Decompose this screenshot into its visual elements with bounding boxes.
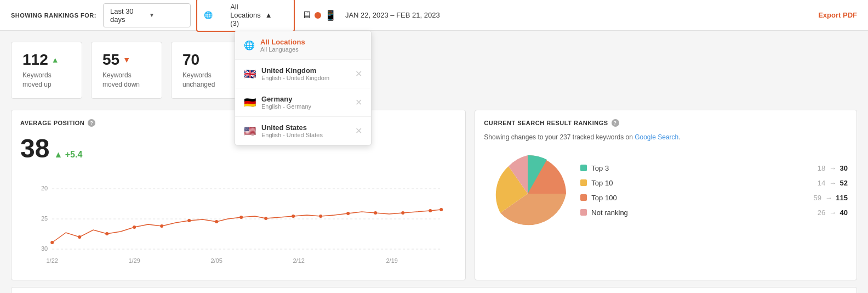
svg-point-6 bbox=[50, 241, 54, 244]
legend-values-top10: 14 → 52 bbox=[818, 179, 848, 187]
device-active-dot bbox=[315, 12, 321, 19]
export-pdf-button[interactable]: Export PDF bbox=[818, 11, 857, 19]
legend-dot-top3 bbox=[580, 165, 587, 171]
top-bar: SHOWING RANKINGS FOR: Last 30 days ▼ 🌐 A… bbox=[0, 0, 868, 31]
remove-de-button[interactable]: ✕ bbox=[355, 97, 362, 108]
legend-not-ranking: Not ranking 26 → 40 bbox=[580, 209, 848, 217]
dropdown-uk-title: United Kingdom bbox=[261, 66, 350, 75]
dropdown-all-subtitle: All Languages bbox=[260, 46, 362, 53]
main-content: 112 ▲ Keywordsmoved up 55 ▼ Keywordsmove… bbox=[0, 31, 868, 293]
device-group: 🖥 📱 bbox=[301, 9, 336, 21]
dropdown-item-uk[interactable]: 🇬🇧 United Kingdom English - United Kingd… bbox=[235, 60, 371, 88]
chevron-down-icon: ▼ bbox=[149, 12, 184, 18]
dropdown-all-title: All Locations bbox=[260, 38, 362, 46]
chart-svg: 20 25 30 bbox=[20, 172, 456, 271]
legend-top10: Top 10 14 → 52 bbox=[580, 179, 848, 187]
legend-values-not-ranking: 26 → 40 bbox=[818, 209, 848, 217]
period-dropdown[interactable]: Last 30 days ▼ bbox=[103, 3, 191, 27]
svg-point-10 bbox=[160, 224, 163, 228]
stat-number-moved-up: 112 ▲ bbox=[22, 51, 71, 69]
dropdown-uk-subtitle: English - United Kingdom bbox=[261, 75, 350, 81]
svg-text:20: 20 bbox=[41, 185, 48, 191]
remove-us-button[interactable]: ✕ bbox=[355, 126, 362, 136]
svg-point-9 bbox=[133, 226, 136, 229]
svg-point-17 bbox=[346, 212, 350, 215]
location-dropdown-menu: 🌐 All Locations All Languages 🇬🇧 United … bbox=[235, 31, 372, 145]
chevron-up-icon: ▲ bbox=[265, 11, 287, 19]
de-flag-icon: 🇩🇪 bbox=[244, 97, 256, 109]
svg-point-20 bbox=[429, 209, 432, 212]
stat-label-unchanged: Keywordsunchanged bbox=[182, 71, 231, 89]
legend-label-not-ranking: Not ranking bbox=[591, 209, 817, 217]
google-search-link[interactable]: Google Search bbox=[635, 133, 678, 141]
svg-point-19 bbox=[401, 211, 404, 215]
legend-label-top10: Top 10 bbox=[591, 179, 817, 187]
dropdown-item-all[interactable]: 🌐 All Locations All Languages bbox=[235, 31, 371, 60]
svg-point-7 bbox=[78, 235, 81, 239]
legend-dot-top10 bbox=[580, 179, 587, 186]
uk-flag-icon: 🇬🇧 bbox=[244, 68, 256, 80]
legend-values-top100: 59 → 115 bbox=[814, 194, 848, 202]
svg-point-12 bbox=[215, 220, 218, 223]
rankings-subtitle: Showing changes to your 237 tracked keyw… bbox=[484, 133, 848, 141]
date-range: JAN 22, 2023 – FEB 21, 2023 bbox=[345, 11, 440, 19]
svg-text:1/29: 1/29 bbox=[128, 257, 140, 264]
svg-text:2/19: 2/19 bbox=[386, 257, 397, 264]
current-rankings-info-icon[interactable]: ? bbox=[612, 119, 619, 127]
dropdown-us-subtitle: English - United States bbox=[261, 132, 350, 138]
stat-label-moved-down: Keywordsmoved down bbox=[102, 71, 151, 89]
globe-icon-all: 🌐 bbox=[244, 40, 255, 50]
avg-pos-number: 38 bbox=[20, 133, 49, 164]
mobile-icon[interactable]: 📱 bbox=[324, 9, 336, 21]
stat-number-moved-down: 55 ▼ bbox=[102, 51, 151, 69]
dropdown-us-title: United States bbox=[261, 123, 350, 132]
svg-point-11 bbox=[187, 219, 191, 222]
legend-values-top3: 18 → 30 bbox=[818, 164, 848, 172]
avg-position-chart: 20 25 30 bbox=[20, 172, 456, 271]
dropdown-de-subtitle: English - Germany bbox=[261, 103, 350, 110]
svg-point-14 bbox=[264, 217, 267, 220]
svg-text:30: 30 bbox=[41, 245, 48, 252]
svg-text:25: 25 bbox=[41, 215, 48, 222]
stat-card-moved-up: 112 ▲ Keywordsmoved up bbox=[11, 42, 82, 99]
location-dropdown[interactable]: 🌐 All Locations (3) ▲ bbox=[196, 0, 295, 32]
pie-chart-svg bbox=[484, 150, 572, 238]
legend-dot-top100 bbox=[580, 194, 587, 201]
globe-icon: 🌐 bbox=[204, 11, 226, 19]
legend-label-top3: Top 3 bbox=[591, 164, 817, 172]
avg-pos-change: ▲ +5.4 bbox=[54, 150, 82, 160]
bottom-notice: ⓘ Tracked keywords were added or removed… bbox=[11, 287, 857, 293]
stat-number-unchanged: 70 bbox=[182, 51, 231, 69]
stat-label-moved-up: Keywordsmoved up bbox=[22, 71, 71, 89]
dropdown-de-title: Germany bbox=[261, 95, 350, 103]
us-flag-icon: 🇺🇸 bbox=[244, 125, 256, 137]
remove-uk-button[interactable]: ✕ bbox=[355, 69, 362, 79]
legend: Top 3 18 → 30 Top 10 14 → 52 bbox=[580, 164, 848, 223]
current-rankings-panel: CURRENT SEARCH RESULT RANKINGS ? Showing… bbox=[475, 110, 857, 280]
rankings-content: Top 3 18 → 30 Top 10 14 → 52 bbox=[484, 150, 848, 238]
svg-point-15 bbox=[292, 215, 295, 218]
legend-dot-not-ranking bbox=[580, 209, 587, 216]
legend-label-top100: Top 100 bbox=[591, 194, 813, 202]
svg-text:1/22: 1/22 bbox=[46, 257, 58, 264]
svg-text:2/05: 2/05 bbox=[210, 257, 222, 264]
svg-point-18 bbox=[374, 211, 377, 215]
stat-card-moved-down: 55 ▼ Keywordsmoved down bbox=[91, 42, 162, 99]
legend-top3: Top 3 18 → 30 bbox=[580, 164, 848, 172]
arrow-up-icon: ▲ bbox=[52, 55, 59, 64]
avg-position-info-icon[interactable]: ? bbox=[88, 119, 95, 127]
svg-point-21 bbox=[439, 208, 443, 211]
stat-card-unchanged: 70 Keywordsunchanged bbox=[171, 42, 242, 99]
current-rankings-title: CURRENT SEARCH RESULT RANKINGS ? bbox=[484, 119, 848, 127]
dropdown-item-us[interactable]: 🇺🇸 United States English - United States… bbox=[235, 117, 371, 145]
arrow-down-icon: ▼ bbox=[123, 55, 130, 64]
legend-top100: Top 100 59 → 115 bbox=[580, 194, 848, 202]
svg-point-8 bbox=[105, 232, 108, 235]
stats-row: 112 ▲ Keywordsmoved up 55 ▼ Keywordsmove… bbox=[11, 42, 857, 99]
location-dropdown-label: All Locations (3) bbox=[230, 3, 261, 27]
showing-label: SHOWING RANKINGS FOR: bbox=[11, 12, 96, 19]
dropdown-item-de[interactable]: 🇩🇪 Germany English - Germany ✕ bbox=[235, 88, 371, 117]
bottom-panels: AVERAGE POSITION ? 38 ▲ +5.4 20 bbox=[11, 110, 857, 280]
desktop-icon[interactable]: 🖥 bbox=[301, 9, 311, 21]
svg-text:2/12: 2/12 bbox=[293, 257, 304, 264]
